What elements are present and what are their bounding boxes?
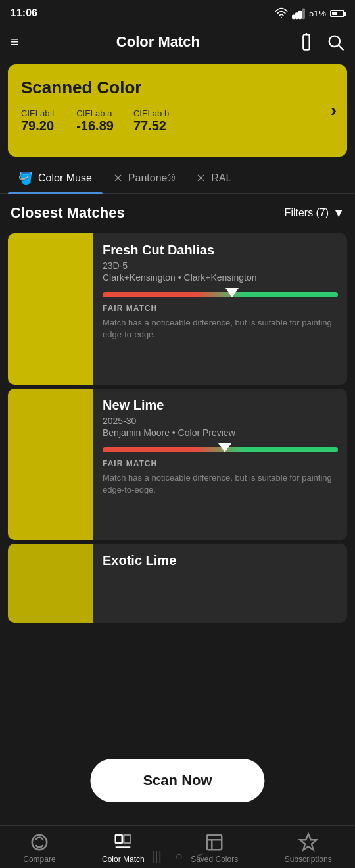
nav-compare-label: Compare: [23, 855, 55, 864]
match-details-1: New Lime 2025-30 Benjamin Moore • Color …: [93, 389, 347, 540]
ral-icon: ✳: [196, 171, 206, 185]
battery-header-icon: [297, 33, 316, 51]
filters-label: Filters (7): [285, 207, 329, 219]
nav-subscriptions-label: Subscriptions: [285, 855, 332, 864]
header-title: Color Match: [116, 34, 200, 51]
tab-ral-label: RAL: [211, 172, 231, 184]
match-quality-desc-0: Match has a noticeable difference, but i…: [103, 317, 338, 341]
wifi-icon: [275, 7, 288, 20]
filters-chevron-icon: ▼: [333, 206, 344, 220]
app-header: ≡ Color Match: [0, 26, 355, 58]
match-slider-track-0: [103, 292, 338, 297]
match-details-0: Fresh Cut Dahlias 23D-5 Clark+Kensington…: [93, 233, 347, 385]
battery-percent: 51%: [309, 9, 326, 18]
scanned-color-title: Scanned Color: [21, 78, 334, 98]
metric-l: CIELab L 79.20: [21, 108, 57, 133]
match-name-0: Fresh Cut Dahlias: [103, 243, 338, 258]
nav-color-match[interactable]: Color Match: [102, 832, 145, 864]
signal-icon: [292, 7, 305, 20]
tabs-bar: 🪣 Color Muse ✳ Pantone® ✳ RAL: [0, 163, 355, 194]
svg-line-8: [339, 45, 343, 49]
match-quality-desc-1: Match has a noticeable difference, but i…: [103, 472, 338, 496]
header-icons: [297, 33, 344, 51]
svg-point-0: [281, 17, 282, 18]
match-quality-label-1: FAIR MATCH: [103, 459, 338, 468]
metric-l-value: 79.20: [21, 118, 57, 133]
matches-header: Closest Matches Filters (7) ▼: [0, 194, 355, 229]
metric-b: CIELab b 77.52: [133, 108, 169, 133]
match-slider-track-1: [103, 447, 338, 452]
scanned-color-metrics: CIELab L 79.20 CIELab a -16.89 CIELab b …: [21, 108, 334, 133]
match-swatch-0: [8, 233, 93, 385]
match-slider-1: [103, 447, 338, 452]
match-card-1[interactable]: New Lime 2025-30 Benjamin Moore • Color …: [8, 389, 347, 540]
nav-color-match-label: Color Match: [102, 855, 145, 864]
match-name-1: New Lime: [103, 398, 338, 413]
subscriptions-icon: [298, 832, 318, 852]
svg-marker-16: [300, 834, 316, 850]
status-icons: 51%: [275, 7, 344, 20]
compare-icon: [30, 832, 49, 852]
metric-a-label: CIELab a: [76, 108, 114, 118]
scanned-color-arrow: ›: [331, 100, 337, 121]
svg-rect-10: [116, 835, 122, 844]
metric-b-value: 77.52: [133, 118, 169, 133]
scan-now-overlay: Scan Now: [90, 759, 264, 802]
home-ind-back[interactable]: <: [196, 849, 204, 864]
color-muse-icon: 🪣: [18, 171, 33, 185]
match-code-1: 2025-30: [103, 416, 338, 426]
nav-compare[interactable]: Compare: [23, 832, 55, 864]
saved-colors-icon: [204, 832, 224, 852]
home-ind-home[interactable]: ○: [175, 849, 183, 864]
svg-rect-2: [296, 13, 298, 18]
metric-a: CIELab a -16.89: [76, 108, 114, 133]
match-slider-0: [103, 292, 338, 297]
page-content: Scanned Color CIELab L 79.20 CIELab a -1…: [0, 64, 355, 732]
scan-now-button[interactable]: Scan Now: [90, 759, 264, 802]
svg-rect-1: [293, 15, 295, 18]
match-card-0[interactable]: Fresh Cut Dahlias 23D-5 Clark+Kensington…: [8, 233, 347, 385]
match-details-2: Exotic Lime: [93, 544, 347, 623]
metric-b-label: CIELab b: [133, 108, 169, 118]
svg-rect-4: [302, 9, 304, 18]
pantone-icon: ✳: [113, 171, 123, 185]
tab-ral[interactable]: ✳ RAL: [185, 163, 242, 193]
match-slider-thumb-0: [225, 288, 239, 297]
status-bar: 11:06 51%: [0, 0, 355, 26]
svg-rect-11: [124, 835, 131, 844]
svg-rect-3: [299, 11, 301, 19]
tab-color-muse[interactable]: 🪣 Color Muse: [8, 163, 103, 193]
match-swatch-1: [8, 389, 93, 540]
battery-icon: [330, 10, 344, 17]
svg-rect-5: [303, 34, 309, 49]
tab-pantone[interactable]: ✳ Pantone®: [103, 163, 185, 193]
filters-button[interactable]: Filters (7) ▼: [285, 206, 344, 220]
scanned-color-card[interactable]: Scanned Color CIELab L 79.20 CIELab a -1…: [8, 64, 347, 157]
metric-a-value: -16.89: [76, 118, 114, 133]
match-card-2[interactable]: Exotic Lime: [8, 544, 347, 623]
menu-button[interactable]: ≡: [11, 34, 19, 51]
home-indicator: ||| ○ <: [151, 849, 203, 864]
match-code-0: 23D-5: [103, 260, 338, 271]
match-swatch-2: [8, 544, 93, 623]
home-ind-menu[interactable]: |||: [151, 849, 162, 864]
svg-rect-13: [207, 835, 222, 850]
status-time: 11:06: [11, 7, 37, 19]
tab-color-muse-label: Color Muse: [38, 172, 92, 184]
nav-subscriptions[interactable]: Subscriptions: [285, 832, 332, 864]
search-icon[interactable]: [326, 33, 344, 51]
match-brand-0: Clark+Kensington • Clark+Kensington: [103, 272, 338, 283]
match-slider-thumb-1: [218, 443, 231, 452]
match-brand-1: Benjamin Moore • Color Preview: [103, 427, 338, 438]
tab-pantone-label: Pantone®: [128, 172, 175, 184]
matches-title: Closest Matches: [11, 205, 125, 222]
color-match-icon: [113, 832, 133, 852]
match-name-2: Exotic Lime: [103, 553, 338, 568]
metric-l-label: CIELab L: [21, 108, 57, 118]
match-quality-label-0: FAIR MATCH: [103, 304, 338, 313]
